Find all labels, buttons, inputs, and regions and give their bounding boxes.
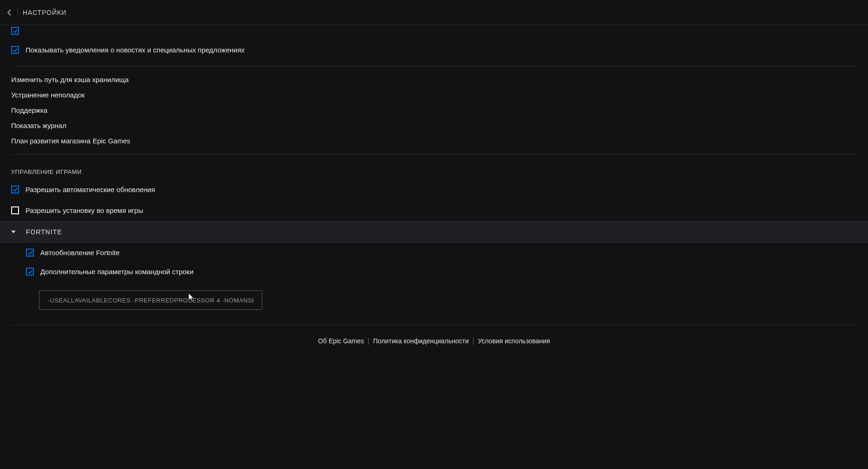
footer-privacy[interactable]: Политика конфиденциальности — [373, 337, 469, 345]
checkbox-partial[interactable] — [11, 27, 19, 35]
label-fortnite-cmdline: Дополнительные параметры командной строк… — [40, 267, 193, 276]
header-bar: НАСТРОЙКИ — [0, 0, 868, 25]
link-cache-path[interactable]: Изменить путь для кэша хранилища — [0, 72, 868, 87]
back-button[interactable] — [4, 7, 15, 18]
setting-row-auto-updates: Разрешить автоматические обновления — [0, 179, 868, 200]
cmdline-input[interactable] — [39, 290, 262, 310]
checkbox-fortnite-autoupdate[interactable] — [26, 249, 34, 257]
label-news-offers: Показывать уведомления о новостях и спец… — [25, 45, 245, 55]
caret-down-icon — [11, 231, 16, 233]
setting-row-install-while-playing: Разрешить установку во время игры — [0, 200, 868, 221]
chevron-left-icon — [7, 9, 12, 16]
page-title: НАСТРОЙКИ — [23, 9, 67, 16]
link-show-log[interactable]: Показать журнал — [0, 118, 868, 133]
footer-separator: | — [473, 337, 475, 345]
checkbox-news-offers[interactable] — [11, 46, 19, 54]
label-fortnite-autoupdate: Автообновление Fortnite — [40, 248, 120, 257]
footer-terms[interactable]: Условия использования — [478, 337, 550, 345]
game-header-fortnite[interactable]: FORTNITE — [0, 221, 868, 243]
setting-row-fortnite-cmdline: Дополнительные параметры командной строк… — [0, 262, 868, 281]
checkbox-auto-updates[interactable] — [11, 186, 19, 193]
divider — [11, 325, 857, 325]
heading-games-management: УПРАВЛЕНИЕ ИГРАМИ — [0, 160, 868, 179]
header-divider — [18, 7, 18, 18]
partial-cut-row — [0, 25, 868, 39]
footer-separator: | — [367, 337, 369, 345]
cmdline-input-wrap — [0, 281, 868, 319]
setting-row-news-offers: Показывать уведомления о новостях и спец… — [0, 39, 868, 60]
checkbox-fortnite-cmdline[interactable] — [26, 268, 34, 276]
link-troubleshoot[interactable]: Устранение неполадок — [0, 87, 868, 103]
game-title-fortnite: FORTNITE — [26, 228, 62, 236]
footer: Об Epic Games | Политика конфиденциально… — [0, 331, 868, 351]
footer-about[interactable]: Об Epic Games — [318, 337, 364, 345]
setting-row-fortnite-autoupdate: Автообновление Fortnite — [0, 243, 868, 262]
settings-content: Показывать уведомления о новостях и спец… — [0, 25, 868, 351]
label-auto-updates: Разрешить автоматические обновления — [25, 185, 155, 194]
divider — [11, 66, 857, 66]
checkbox-install-while-playing[interactable] — [11, 206, 19, 214]
link-support[interactable]: Поддержка — [0, 103, 868, 118]
divider — [11, 154, 857, 154]
link-roadmap[interactable]: План развития магазина Epic Games — [0, 133, 868, 148]
label-install-while-playing: Разрешить установку во время игры — [25, 206, 143, 215]
